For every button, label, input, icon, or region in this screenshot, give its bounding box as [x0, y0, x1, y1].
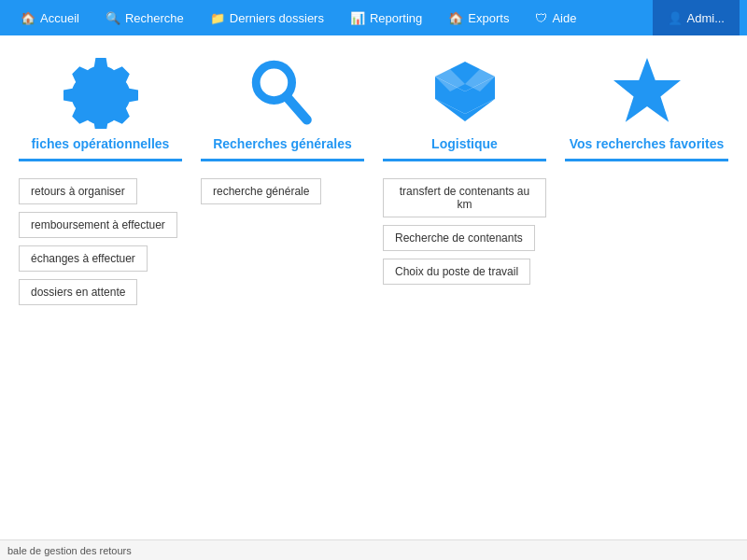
nav-derniers-dossiers[interactable]: 📁 Derniers dossiers — [197, 0, 337, 35]
statusbar: bale de gestion des retours — [0, 539, 747, 560]
svg-marker-8 — [613, 58, 681, 122]
nav-accueil[interactable]: 🏠 Accueil — [7, 0, 92, 35]
home-icon: 🏠 — [21, 11, 35, 25]
col-recherches-generales: Recherches générales recherche générale — [191, 54, 374, 305]
btn-retours-organiser[interactable]: retours à organiser — [19, 178, 137, 204]
nav-aide-label: Aide — [552, 11, 576, 25]
col-recherches-favorites: Vos recherches favorites — [556, 54, 738, 305]
btn-list-recherches: recherche générale — [201, 175, 364, 204]
nav-reporting-label: Reporting — [370, 11, 422, 25]
btn-dossiers-attente[interactable]: dossiers en attente — [19, 279, 137, 305]
reporting-icon: 📊 — [350, 11, 365, 25]
col-logistique: Logistique transfert de contenants au km… — [374, 54, 556, 305]
nav-derniers-dossiers-label: Derniers dossiers — [230, 11, 324, 25]
nav-admin-label: Admi... — [687, 11, 725, 25]
nav-reporting[interactable]: 📊 Reporting — [337, 0, 435, 35]
admin-user-icon: 👤 — [668, 11, 683, 25]
col-header-favorites: Vos recherches favorites — [565, 54, 728, 161]
magnifier-icon — [246, 54, 320, 129]
btn-choix-poste[interactable]: Choix du poste de travail — [383, 259, 530, 285]
aide-icon: 🛡 — [535, 11, 547, 25]
svg-line-1 — [287, 97, 307, 120]
nav-exports[interactable]: 🏠 Exports — [435, 0, 522, 35]
navbar: 🏠 Accueil 🔍 Recherche 📁 Derniers dossier… — [0, 0, 747, 35]
main-content: fiches opérationnelles retours à organis… — [0, 35, 747, 315]
folder-icon: 📁 — [210, 11, 225, 25]
btn-list-logistique: transfert de contenants au km Recherche … — [383, 175, 546, 285]
btn-remboursement[interactable]: remboursement à effectuer — [19, 212, 177, 238]
btn-recherche-generale[interactable]: recherche générale — [201, 178, 321, 204]
btn-list-fiches: retours à organiser remboursement à effe… — [19, 175, 182, 305]
gear-icon — [63, 54, 138, 129]
nav-accueil-label: Accueil — [40, 11, 79, 25]
nav-recherche[interactable]: 🔍 Recherche — [92, 0, 197, 35]
col-fiches-operationnelles: fiches opérationnelles retours à organis… — [9, 54, 191, 305]
btn-echanges[interactable]: échanges à effectuer — [19, 245, 148, 272]
nav-aide[interactable]: 🛡 Aide — [522, 0, 589, 35]
nav-admin[interactable]: 👤 Admi... — [653, 0, 740, 35]
btn-list-favorites — [565, 175, 728, 178]
nav-recherche-label: Recherche — [125, 11, 184, 25]
col-header-logistique: Logistique — [383, 54, 546, 161]
col-header-fiches: fiches opérationnelles — [19, 54, 182, 161]
btn-transfert-contenants[interactable]: transfert de contenants au km — [383, 178, 546, 217]
col-title-recherches: Recherches générales — [213, 136, 352, 151]
box-icon — [428, 54, 502, 129]
statusbar-text: bale de gestion des retours — [7, 545, 132, 556]
col-header-recherches: Recherches générales — [201, 54, 364, 161]
exports-icon: 🏠 — [448, 11, 463, 25]
nav-exports-label: Exports — [468, 11, 509, 25]
col-title-fiches: fiches opérationnelles — [32, 136, 170, 151]
search-icon: 🔍 — [106, 11, 120, 25]
col-title-logistique: Logistique — [431, 136, 498, 151]
star-icon — [610, 54, 684, 129]
col-title-favorites: Vos recherches favorites — [570, 136, 725, 151]
btn-recherche-contenants[interactable]: Recherche de contenants — [383, 225, 535, 251]
